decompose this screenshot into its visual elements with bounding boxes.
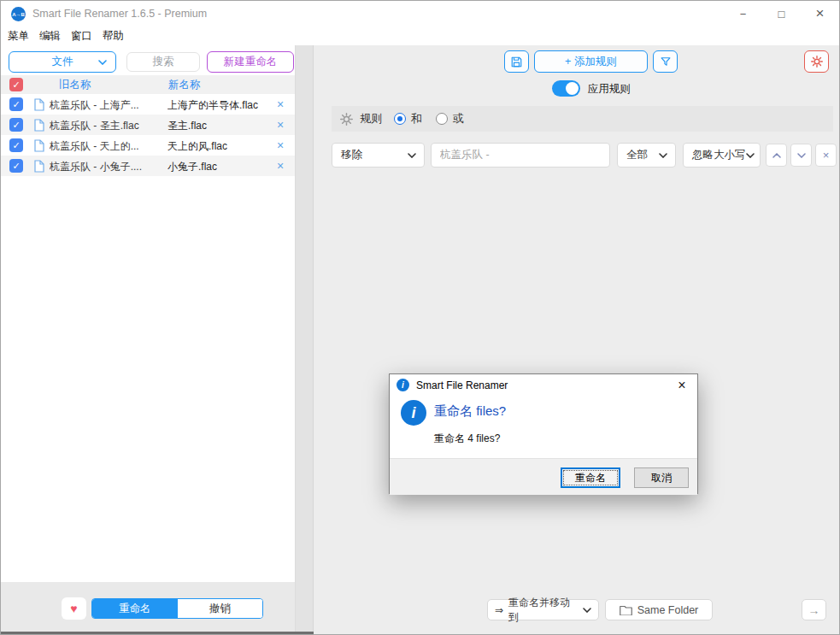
chevron-down-icon bbox=[408, 153, 416, 158]
rename-button[interactable]: 重命名 bbox=[92, 599, 178, 618]
gear-icon bbox=[811, 56, 823, 68]
rule-pattern-input[interactable] bbox=[431, 143, 610, 168]
chevron-down-icon bbox=[797, 153, 806, 158]
rule-scope-value: 全部 bbox=[626, 148, 648, 162]
same-folder-button[interactable]: Same Folder bbox=[605, 599, 713, 620]
file-icon bbox=[34, 98, 44, 111]
old-file-name: 杭盖乐队 - 天上的... bbox=[50, 139, 163, 154]
new-file-name: 小兔子.flac bbox=[167, 160, 270, 174]
dialog-close-icon[interactable]: × bbox=[670, 374, 694, 397]
search-button[interactable]: 搜索 bbox=[126, 52, 200, 72]
remove-row-icon[interactable]: × bbox=[269, 94, 291, 115]
rule-action-value: 移除 bbox=[341, 148, 362, 162]
confirm-dialog: i Smart File Renamer × i 重命名 files? 重命名 … bbox=[389, 373, 698, 494]
app-icon-label: A→B bbox=[12, 12, 25, 17]
app-window: A→B Smart File Renamer 1.6.5 - Premium −… bbox=[0, 0, 840, 635]
select-all-checkbox[interactable]: ✓ bbox=[9, 78, 23, 91]
same-folder-label: Same Folder bbox=[637, 604, 699, 616]
add-rule-button[interactable]: + 添加规则 bbox=[534, 50, 648, 73]
rule-case-value: 忽略大小写 bbox=[692, 148, 746, 162]
chevron-down-icon bbox=[659, 153, 667, 158]
row-checkbox[interactable]: ✓ bbox=[9, 159, 23, 173]
bottom-resize-bar bbox=[1, 632, 314, 634]
new-file-name: 圣主.flac bbox=[167, 119, 270, 133]
row-checkbox[interactable]: ✓ bbox=[9, 138, 23, 152]
move-rule-down-button[interactable] bbox=[790, 144, 812, 167]
chevron-up-icon bbox=[772, 153, 781, 158]
rules-gear-icon[interactable] bbox=[340, 113, 353, 126]
table-row: ✓ 杭盖乐队 - 天上的... 天上的风.flac × bbox=[1, 135, 295, 156]
old-file-name: 杭盖乐队 - 圣主.flac bbox=[50, 119, 163, 133]
chevron-down-icon bbox=[98, 60, 107, 65]
chevron-down-icon bbox=[746, 153, 755, 158]
apply-rules-toggle[interactable] bbox=[552, 80, 580, 97]
remove-row-icon[interactable]: × bbox=[269, 115, 291, 135]
old-file-name: 杭盖乐队 - 小兔子.... bbox=[50, 160, 163, 174]
file-type-dropdown[interactable]: 文件 bbox=[9, 51, 116, 73]
filter-button[interactable] bbox=[653, 50, 678, 73]
rule-case-select[interactable]: 忽略大小写 bbox=[683, 143, 761, 168]
menu-item-menu[interactable]: 菜单 bbox=[8, 27, 29, 45]
chevron-down-icon bbox=[583, 608, 591, 613]
list-header: ✓ 旧名称 新名称 bbox=[1, 75, 295, 94]
dialog-message: 重命名 4 files? bbox=[434, 432, 500, 446]
old-file-name: 杭盖乐队 - 上海产... bbox=[50, 98, 163, 113]
menu-bar: 菜单 编辑 窗口 帮助 bbox=[1, 26, 839, 45]
dialog-heading: 重命名 files? bbox=[434, 403, 506, 420]
file-icon bbox=[34, 160, 44, 173]
dialog-footer: 重命名 取消 bbox=[390, 458, 697, 495]
close-button[interactable]: × bbox=[801, 1, 839, 26]
rename-undo-segmented: 重命名 撤销 bbox=[91, 598, 263, 619]
heart-icon: ♥ bbox=[70, 602, 77, 615]
save-rules-button[interactable] bbox=[504, 50, 529, 73]
favorite-button[interactable]: ♥ bbox=[62, 597, 86, 620]
left-bottom-bar: ♥ 重命名 撤销 bbox=[1, 582, 295, 634]
window-controls: − □ × bbox=[724, 1, 839, 26]
column-old-name: 旧名称 bbox=[59, 78, 91, 92]
menu-item-window[interactable]: 窗口 bbox=[71, 27, 92, 45]
column-new-name: 新名称 bbox=[168, 78, 201, 92]
minimize-button[interactable]: − bbox=[724, 1, 762, 26]
table-row: ✓ 杭盖乐队 - 上海产... 上海产的半导体.flac × bbox=[1, 94, 295, 115]
menu-item-help[interactable]: 帮助 bbox=[103, 27, 124, 45]
or-radio[interactable] bbox=[436, 113, 448, 125]
rename-move-label: 重命名并移动到 bbox=[508, 596, 578, 625]
rules-header-bar: 规则 和 或 bbox=[332, 106, 833, 132]
window-title: Smart File Renamer 1.6.5 - Premium bbox=[32, 1, 207, 26]
and-radio[interactable] bbox=[394, 113, 406, 125]
filter-icon bbox=[660, 56, 672, 68]
title-bar: A→B Smart File Renamer 1.6.5 - Premium −… bbox=[1, 1, 839, 26]
move-rule-up-button[interactable] bbox=[766, 144, 787, 167]
panel-splitter[interactable] bbox=[295, 45, 314, 634]
and-label: 和 bbox=[411, 111, 422, 126]
forward-button[interactable]: → bbox=[802, 599, 826, 620]
folder-icon bbox=[620, 605, 632, 615]
file-icon bbox=[34, 119, 44, 132]
new-file-name: 天上的风.flac bbox=[167, 139, 270, 154]
toggle-knob bbox=[566, 82, 579, 95]
or-label: 或 bbox=[453, 111, 464, 126]
move-arrow-icon: ⇒ bbox=[495, 604, 503, 616]
maximize-button[interactable]: □ bbox=[762, 1, 801, 26]
dialog-rename-button[interactable]: 重命名 bbox=[561, 467, 620, 488]
settings-button[interactable] bbox=[804, 50, 829, 73]
remove-row-icon[interactable]: × bbox=[269, 156, 291, 176]
menu-item-edit[interactable]: 编辑 bbox=[39, 27, 61, 45]
table-row: ✓ 杭盖乐队 - 圣主.flac 圣主.flac × bbox=[1, 115, 295, 135]
dialog-title: Smart File Renamer bbox=[416, 374, 508, 397]
row-checkbox[interactable]: ✓ bbox=[9, 97, 23, 111]
new-rename-button[interactable]: 新建重命名 bbox=[207, 51, 294, 73]
new-file-name: 上海产的半导体.flac bbox=[167, 98, 270, 113]
dialog-title-bar: i Smart File Renamer × bbox=[390, 374, 697, 397]
row-checkbox[interactable]: ✓ bbox=[9, 118, 23, 132]
dialog-cancel-button[interactable]: 取消 bbox=[634, 467, 689, 488]
rename-move-dropdown[interactable]: ⇒ 重命名并移动到 bbox=[487, 599, 599, 620]
save-icon bbox=[510, 56, 523, 68]
undo-button[interactable]: 撤销 bbox=[178, 599, 263, 618]
info-icon: i bbox=[397, 379, 409, 391]
delete-rule-button[interactable]: × bbox=[815, 144, 837, 167]
rule-scope-select[interactable]: 全部 bbox=[617, 143, 676, 168]
app-icon: A→B bbox=[11, 7, 26, 21]
rule-action-select[interactable]: 移除 bbox=[332, 143, 425, 168]
remove-row-icon[interactable]: × bbox=[269, 135, 291, 156]
